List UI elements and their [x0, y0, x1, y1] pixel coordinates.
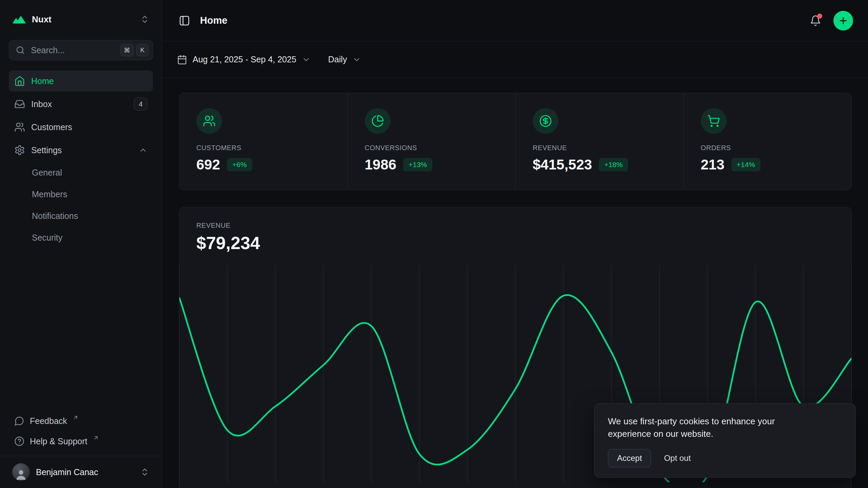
users-icon: [14, 122, 25, 133]
stat-value: 213: [701, 157, 725, 173]
sidebar-item-label: Settings: [31, 145, 62, 155]
panel-left-icon: [179, 15, 190, 26]
stat-label: ORDERS: [701, 144, 835, 152]
new-item-button[interactable]: [833, 11, 853, 30]
help-circle-icon: [14, 436, 24, 446]
chevron-up-icon: [139, 146, 147, 155]
sidebar-item-label: Inbox: [31, 99, 52, 109]
stat-delta-badge: +14%: [731, 158, 761, 171]
search-placeholder: Search...: [31, 45, 65, 55]
home-icon: [14, 76, 25, 86]
sidebar-item-label: Home: [31, 76, 54, 86]
stat-label: CONVERSIONS: [365, 144, 499, 152]
nuxt-logo-icon: [12, 14, 26, 24]
stat-card-orders[interactable]: ORDERS 213 +14%: [684, 93, 852, 190]
user-name: Benjamin Canac: [36, 467, 98, 477]
avatar: [12, 463, 30, 481]
plus-icon: [838, 16, 848, 26]
stat-card-conversions[interactable]: CONVERSIONS 1986 +13%: [348, 93, 516, 190]
stat-value: 692: [196, 157, 220, 173]
calendar-icon: [177, 55, 187, 65]
sidebar-item-settings[interactable]: Settings: [9, 140, 153, 161]
team-switcher[interactable]: Nuxt: [9, 8, 153, 30]
inbox-count-badge: 4: [134, 98, 147, 110]
kbd-meta: ⌘: [120, 44, 134, 56]
stat-value: 1986: [365, 157, 396, 173]
footer-link-label: Feedback: [30, 416, 67, 426]
header-actions: [808, 11, 853, 30]
sidebar-item-inbox[interactable]: Inbox 4: [9, 94, 153, 115]
search-input[interactable]: Search... ⌘ K: [9, 40, 153, 60]
search-kbd-group: ⌘ K: [120, 44, 149, 56]
stat-delta-badge: +13%: [403, 158, 432, 171]
shopping-cart-icon: [701, 108, 727, 134]
date-range-label: Aug 21, 2025 - Sep 4, 2025: [193, 55, 296, 64]
stats-grid: CUSTOMERS 692 +6% CONVERSIONS 1986 +13%: [179, 93, 852, 190]
stat-label: REVENUE: [533, 144, 667, 152]
chevron-down-icon: [302, 55, 311, 64]
gear-icon: [14, 145, 25, 156]
sidebar-nav: Home Inbox 4 Customers Settings General …: [0, 60, 162, 247]
chevron-down-icon: [352, 55, 361, 64]
inbox-icon: [14, 99, 25, 109]
sidebar-top: Nuxt Search... ⌘ K: [0, 0, 162, 60]
user-section: Benjamin Canac: [0, 456, 162, 488]
sidebar: Nuxt Search... ⌘ K Home Inbox 4: [0, 0, 162, 488]
sidebar-toggle-button[interactable]: [177, 13, 192, 28]
sidebar-subitem-general[interactable]: General: [9, 163, 153, 182]
cookie-banner: We use first-party cookies to enhance yo…: [594, 403, 856, 478]
users-icon: [196, 108, 222, 134]
sidebar-item-customers[interactable]: Customers: [9, 117, 153, 138]
cookie-message: We use first-party cookies to enhance yo…: [608, 415, 811, 440]
stat-label: CUSTOMERS: [196, 144, 331, 152]
footer-link-label: Help & Support: [30, 436, 87, 446]
stat-value: $415,523: [533, 157, 592, 173]
external-link-icon: [73, 414, 79, 421]
stat-delta-badge: +6%: [227, 158, 252, 171]
optout-cookies-button[interactable]: Opt out: [664, 453, 691, 463]
sidebar-subitem-members[interactable]: Members: [9, 184, 153, 204]
interval-select[interactable]: Daily: [328, 55, 361, 64]
filter-toolbar: Aug 21, 2025 - Sep 4, 2025 Daily: [162, 41, 868, 78]
help-support-link[interactable]: Help & Support: [9, 431, 153, 451]
notifications-button[interactable]: [808, 13, 823, 28]
stat-card-customers[interactable]: CUSTOMERS 692 +6%: [179, 93, 348, 190]
chevron-updown-icon: [140, 467, 150, 477]
dollar-circle-icon: [533, 108, 558, 134]
cookie-actions: Accept Opt out: [608, 449, 842, 467]
sidebar-subitem-notifications[interactable]: Notifications: [9, 206, 153, 226]
revenue-card-header: REVENUE $79,234: [179, 207, 851, 253]
date-range-picker[interactable]: Aug 21, 2025 - Sep 4, 2025: [177, 55, 311, 65]
app-root: Nuxt Search... ⌘ K Home Inbox 4: [0, 0, 868, 488]
stat-delta-badge: +18%: [599, 158, 628, 171]
message-bubble-icon: [14, 416, 24, 426]
sidebar-item-label: Customers: [31, 122, 72, 132]
main-header: Home: [162, 0, 868, 41]
kbd-k: K: [136, 44, 149, 56]
interval-label: Daily: [328, 55, 347, 64]
feedback-link[interactable]: Feedback: [9, 411, 153, 431]
external-link-icon: [93, 435, 99, 441]
pie-chart-icon: [365, 108, 391, 134]
accept-cookies-button[interactable]: Accept: [608, 449, 651, 467]
search-icon: [15, 45, 25, 55]
notification-dot: [817, 14, 822, 19]
stat-card-revenue[interactable]: REVENUE $415,523 +18%: [515, 93, 684, 190]
team-name: Nuxt: [32, 14, 52, 25]
sidebar-footer: Feedback Help & Support: [0, 411, 162, 456]
sidebar-item-home[interactable]: Home: [9, 70, 153, 92]
user-menu[interactable]: Benjamin Canac: [9, 461, 153, 483]
sidebar-spacer: [0, 247, 162, 411]
chevron-updown-icon: [140, 15, 150, 24]
revenue-card-label: REVENUE: [196, 222, 834, 229]
revenue-card-value: $79,234: [196, 233, 834, 253]
sidebar-subitem-security[interactable]: Security: [9, 228, 153, 247]
page-title: Home: [200, 15, 228, 26]
